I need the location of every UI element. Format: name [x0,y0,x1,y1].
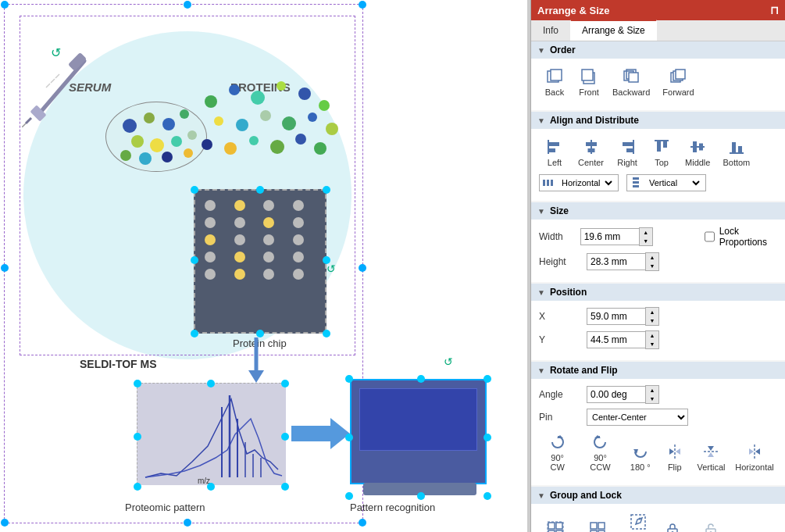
align-middle-button[interactable]: Middle [680,135,715,170]
proto-handle-tr[interactable] [281,380,289,387]
handle-tr[interactable] [359,1,366,9]
vertical-dropdown[interactable]: Vertical Horizontal [644,174,702,191]
pattern-handle-tm[interactable] [417,375,425,383]
pattern-handle-ml[interactable] [345,434,353,441]
rotate-ccw-button[interactable]: 90° CCW [579,430,622,474]
rotate-180-button[interactable]: 180 ° [625,440,656,474]
back-icon [545,67,564,86]
proto-handle-mr[interactable] [281,433,289,441]
handle-tm[interactable] [184,1,191,9]
svg-point-8 [123,119,137,133]
height-input[interactable]: 28.3 mm [587,253,645,270]
svg-rect-75 [732,142,736,153]
chip-handle-bm[interactable] [256,330,264,337]
group-lock-header[interactable]: ▼ Group and Lock [531,487,785,504]
x-up[interactable]: ▲ [646,308,658,316]
unlock-button[interactable]: UnLock [691,518,730,532]
align-top-icon [652,137,671,156]
align-top-button[interactable]: Top [646,135,677,170]
lock-proportions-checkbox[interactable] [705,231,715,242]
rotate-cw-label: 90° CW [544,453,571,472]
pattern-handle-br[interactable] [483,492,491,500]
handle-ml[interactable] [1,264,9,272]
proto-handle-tl[interactable] [134,380,141,387]
position-header[interactable]: ▼ Position [531,284,785,301]
refresh-icon-right: ↺ [444,355,453,368]
group-lock-chevron: ▼ [537,491,545,500]
order-chevron: ▼ [537,46,545,55]
chip-handle-tr[interactable] [323,186,330,194]
align-center-button[interactable]: Center [573,135,608,170]
proto-handle-bm[interactable] [207,483,215,491]
handle-tl[interactable] [1,1,9,9]
width-down[interactable]: ▼ [640,237,652,245]
x-input[interactable]: 59.0 mm [587,308,645,325]
angle-input[interactable]: 0.00 deg [587,386,645,403]
chip-handle-ml[interactable] [191,256,198,264]
pin-icon[interactable]: ⊓ [770,4,779,16]
handle-br[interactable] [359,519,366,527]
svg-rect-64 [587,148,594,152]
width-up[interactable]: ▲ [640,228,652,237]
flip-horizontal-button[interactable]: Horizontal [732,440,777,474]
chip-handle-br[interactable] [323,330,330,337]
align-right-button[interactable]: Right [612,135,643,170]
horizontal-dropdown[interactable]: Horizontal Vertical [557,174,615,191]
height-down[interactable]: ▼ [646,262,658,270]
y-input[interactable]: 44.5 mm [587,331,645,348]
rotate-header[interactable]: ▼ Rotate and Flip [531,362,785,379]
pattern-handle-tl[interactable] [345,375,353,383]
group-button[interactable]: Group [539,518,573,532]
handle-bm[interactable] [184,519,191,527]
chip-handle-tl[interactable] [191,186,198,194]
pattern-handle-mr[interactable] [483,434,491,441]
flip-vertical-button[interactable]: Vertical [694,440,729,474]
y-up[interactable]: ▲ [646,331,658,340]
height-up[interactable]: ▲ [646,253,658,262]
x-down[interactable]: ▼ [646,316,658,325]
group-lock-section: ▼ Group and Lock [531,487,785,532]
unlock-icon [701,520,720,532]
front-button[interactable]: Front [573,65,605,99]
angle-up[interactable]: ▲ [646,386,658,395]
proto-handle-tm[interactable] [207,380,215,387]
order-header[interactable]: ▼ Order [531,41,785,59]
width-input[interactable]: 19.6 mm [580,228,639,245]
handle-bl[interactable] [1,519,9,527]
edit-group-button[interactable]: Edit Group [623,510,654,532]
align-left-button[interactable]: Left [539,135,570,170]
chip-handle-tm[interactable] [256,186,264,194]
forward-button[interactable]: Forward [658,65,698,99]
align-header[interactable]: ▼ Align and Distribute [531,112,785,129]
align-bottom-button[interactable]: Bottom [718,135,755,170]
ungroup-button[interactable]: UnGroup [576,518,620,532]
position-chevron: ▼ [537,288,545,297]
proto-handle-br[interactable] [281,483,289,491]
tab-info[interactable]: Info [531,20,570,41]
pin-dropdown[interactable]: Center-Center Top-Left Top-Right Bottom-… [587,409,688,426]
svg-point-28 [260,110,271,121]
angle-down[interactable]: ▼ [646,395,658,403]
align-body: Left Center [531,129,785,201]
forward-label: Forward [662,87,694,97]
rotate-cw-button[interactable]: 90° CW [539,430,576,474]
back-button[interactable]: Back [539,65,570,99]
pattern-handle-tr[interactable] [483,375,491,383]
pattern-handle-bl[interactable] [345,492,353,500]
proto-handle-bl[interactable] [134,483,141,491]
flip-vertical-icon [701,442,720,461]
proto-handle-ml[interactable] [134,433,141,441]
chip-handle-bl[interactable] [191,330,198,337]
backward-button[interactable]: Backward [608,65,655,99]
y-down[interactable]: ▼ [646,340,658,348]
lock-button[interactable]: Lock [657,518,688,532]
svg-marker-91 [708,452,714,457]
flip-button[interactable]: Flip [659,440,690,474]
size-header[interactable]: ▼ Size [531,202,785,220]
tab-arrange[interactable]: Arrange & Size [570,20,657,41]
pattern-handle-bm[interactable] [417,492,425,500]
handle-mr[interactable] [359,264,366,272]
svg-point-30 [308,112,317,122]
svg-rect-70 [663,141,667,148]
angle-label: Angle [539,389,582,400]
